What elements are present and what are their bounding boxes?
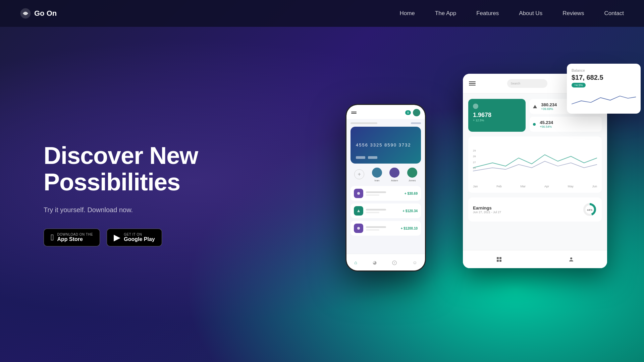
adam-avatar bbox=[389, 168, 399, 178]
contacts-row: + Ivan Adam Jones bbox=[351, 168, 421, 182]
phone-nav-home[interactable]: ⌂ bbox=[354, 260, 357, 265]
dashboard-card: Balance $17, 682.5 +4.5% bbox=[567, 64, 641, 114]
googleplay-icon: ▶ bbox=[114, 232, 120, 243]
svg-rect-8 bbox=[497, 257, 499, 259]
hero-section: Discover New Possibilities Try it yourse… bbox=[0, 27, 644, 362]
chart-labels: Jan Feb Mar Apr May Jun bbox=[473, 185, 597, 188]
phone-screen: 8 4556 3325 8590 3732 bbox=[346, 105, 425, 270]
earnings-info: Earnings Jun 27, 2021 - Jul 27 bbox=[473, 205, 501, 214]
tx-icon-2 bbox=[354, 206, 363, 216]
chart-section: 29 28 27 26 Jan Feb Mar Apr May Jun bbox=[468, 136, 602, 193]
contact-add[interactable]: + bbox=[354, 169, 364, 181]
phone-bottom-nav: ⌂ ◕ ⨀ ☺ bbox=[346, 254, 425, 270]
svg-rect-9 bbox=[499, 257, 501, 259]
svg-text:29: 29 bbox=[473, 149, 476, 152]
svg-point-12 bbox=[570, 257, 572, 259]
svg-point-15 bbox=[357, 227, 360, 230]
phone-notification-badge: 8 bbox=[405, 110, 411, 115]
phone-avatar bbox=[413, 109, 420, 116]
tx-icon-1 bbox=[354, 189, 363, 198]
svg-text:28: 28 bbox=[473, 155, 476, 158]
contact-ivan[interactable]: Ivan bbox=[372, 168, 382, 182]
nav-reviews[interactable]: Reviews bbox=[562, 10, 584, 16]
appstore-button[interactable]:  Download on the App Store bbox=[44, 229, 100, 246]
phone-nav-chart[interactable]: ◕ bbox=[373, 260, 377, 265]
nav-links: Home The App Features About Us Reviews C… bbox=[399, 10, 624, 17]
credit-card: 4556 3325 8590 3732 bbox=[351, 127, 421, 164]
earnings-donut: 44% bbox=[582, 202, 597, 217]
svg-text:26: 26 bbox=[473, 167, 476, 170]
add-contact-icon: + bbox=[354, 169, 364, 179]
hero-subtitle: Try it yourself. Download now. bbox=[44, 206, 211, 214]
transaction-2: + $120.34 bbox=[351, 203, 421, 218]
phone-nav-user[interactable]: ☺ bbox=[413, 260, 417, 265]
nav-about-us[interactable]: About Us bbox=[519, 10, 542, 16]
phone-header: 8 bbox=[346, 105, 425, 119]
dashboard-mini-chart bbox=[572, 91, 636, 108]
navbar: Go On Home The App Features About Us Rev… bbox=[0, 0, 644, 27]
tablet-search[interactable]: Search bbox=[507, 79, 547, 88]
dot-icon bbox=[533, 123, 536, 126]
svg-point-13 bbox=[357, 192, 360, 195]
nav-home[interactable]: Home bbox=[399, 10, 415, 16]
logo[interactable]: Go On bbox=[20, 8, 57, 19]
svg-text:27: 27 bbox=[473, 161, 476, 164]
tx-icon-3 bbox=[354, 224, 363, 233]
apple-icon:  bbox=[51, 232, 54, 243]
tablet-nav-grid[interactable] bbox=[495, 256, 503, 263]
stat-card-3: 45.234 +56.54% bbox=[530, 117, 602, 132]
tablet-nav-user[interactable] bbox=[568, 256, 575, 263]
earnings-section: Earnings Jun 27, 2021 - Jul 27 44% bbox=[468, 197, 602, 222]
nav-the-app[interactable]: The App bbox=[435, 10, 456, 16]
transaction-3: + $1200.10 bbox=[351, 221, 421, 236]
svg-marker-14 bbox=[357, 209, 360, 212]
phone-nav-grid[interactable]: ⨀ bbox=[392, 260, 397, 265]
balance-top-row bbox=[351, 122, 421, 124]
hero-title: Discover New Possibilities bbox=[44, 142, 211, 195]
contact-jones[interactable]: Jones bbox=[407, 168, 417, 182]
ivan-avatar bbox=[372, 168, 382, 178]
logo-icon bbox=[20, 8, 31, 19]
download-buttons:  Download on the App Store ▶ GET IT ON … bbox=[44, 229, 211, 246]
phone-body: 4556 3325 8590 3732 + bbox=[346, 119, 425, 254]
jones-avatar bbox=[407, 168, 417, 178]
googleplay-button[interactable]: ▶ GET IT ON Google Play bbox=[107, 229, 162, 246]
svg-rect-11 bbox=[499, 260, 501, 262]
hero-text: Discover New Possibilities Try it yourse… bbox=[44, 142, 211, 246]
triangle-icon bbox=[533, 105, 537, 108]
stat-card-main: 1.9678 + 12.5% bbox=[468, 99, 526, 132]
contact-adam[interactable]: Adam bbox=[389, 168, 399, 182]
svg-text:44%: 44% bbox=[587, 208, 592, 212]
line-chart: 29 28 27 26 bbox=[473, 141, 597, 181]
svg-rect-10 bbox=[497, 260, 499, 262]
nav-contact[interactable]: Contact bbox=[604, 10, 624, 16]
phone-mockup: 8 4556 3325 8590 3732 bbox=[345, 104, 426, 272]
tablet-bottom-nav bbox=[463, 250, 607, 268]
mockup-area: Search 11 1.9678 + 12.5% bbox=[332, 54, 634, 355]
nav-features[interactable]: Features bbox=[476, 10, 499, 16]
tablet-menu-icon bbox=[469, 81, 476, 85]
phone-menu-icon bbox=[351, 112, 357, 114]
transaction-1: + $30.69 bbox=[351, 186, 421, 201]
phone-header-right: 8 bbox=[405, 109, 420, 116]
